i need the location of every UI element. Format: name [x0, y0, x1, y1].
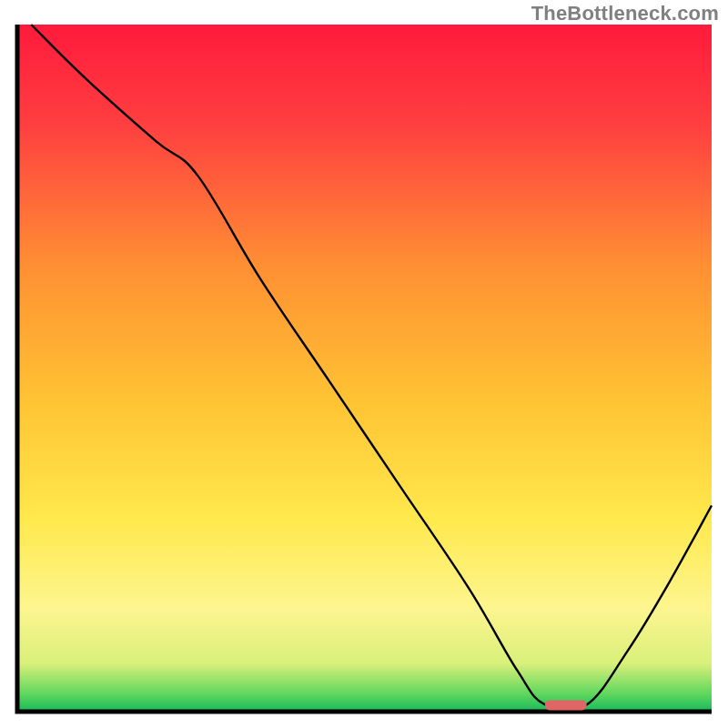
gradient-background [17, 25, 712, 712]
optimum-marker [545, 700, 587, 710]
chart-container: TheBottleneck.com [0, 0, 728, 728]
watermark-text: TheBottleneck.com [531, 2, 719, 25]
bottleneck-chart [0, 0, 728, 728]
